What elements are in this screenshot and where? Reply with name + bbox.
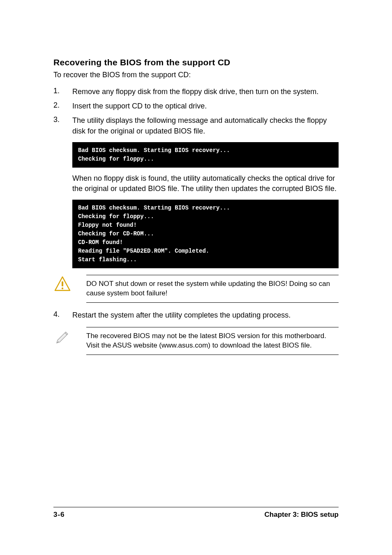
page-footer: 3-6 Chapter 3: BIOS setup bbox=[53, 507, 339, 519]
page-number: 3-6 bbox=[53, 511, 65, 519]
mid-paragraph: When no floppy disk is found, the utilit… bbox=[72, 173, 339, 194]
note-text: The recovered BIOS may not be the latest… bbox=[86, 332, 339, 350]
intro-text: To recover the BIOS from the support CD: bbox=[53, 71, 339, 79]
code-block-1: Bad BIOS checksum. Starting BIOS recover… bbox=[72, 142, 339, 168]
list-item: 4. Restart the system after the utility … bbox=[53, 310, 339, 320]
ordered-list-cont: 4. Restart the system after the utility … bbox=[53, 310, 339, 320]
pencil-icon bbox=[53, 327, 86, 344]
list-item: 1. Remove any floppy disk from the flopp… bbox=[53, 87, 339, 97]
list-text: Insert the support CD to the optical dri… bbox=[72, 101, 339, 111]
warning-callout: DO NOT shut down or reset the system whi… bbox=[53, 275, 339, 303]
list-number: 3. bbox=[53, 115, 72, 136]
page-content: Recovering the BIOS from the support CD … bbox=[0, 0, 392, 355]
list-number: 1. bbox=[53, 87, 72, 97]
warning-body-wrap: DO NOT shut down or reset the system whi… bbox=[86, 275, 339, 303]
svg-rect-0 bbox=[62, 281, 63, 286]
code-block-2: Bad BIOS checksum. Starting BIOS recover… bbox=[72, 200, 339, 268]
warning-icon bbox=[53, 275, 86, 292]
list-item: 3. The utility displays the following me… bbox=[53, 115, 339, 136]
note-body-wrap: The recovered BIOS may not be the latest… bbox=[86, 327, 339, 355]
section-heading: Recovering the BIOS from the support CD bbox=[53, 58, 339, 67]
list-text: Remove any floppy disk from the floppy d… bbox=[72, 87, 339, 97]
note-callout: The recovered BIOS may not be the latest… bbox=[53, 327, 339, 355]
warning-text: DO NOT shut down or reset the system whi… bbox=[86, 279, 339, 298]
list-number: 2. bbox=[53, 101, 72, 111]
list-item: 2. Insert the support CD to the optical … bbox=[53, 101, 339, 111]
list-number: 4. bbox=[53, 310, 72, 320]
ordered-list: 1. Remove any floppy disk from the flopp… bbox=[53, 87, 339, 136]
svg-point-1 bbox=[62, 288, 63, 289]
chapter-label: Chapter 3: BIOS setup bbox=[265, 511, 339, 519]
list-text: The utility displays the following messa… bbox=[72, 115, 339, 136]
list-text: Restart the system after the utility com… bbox=[72, 310, 339, 320]
